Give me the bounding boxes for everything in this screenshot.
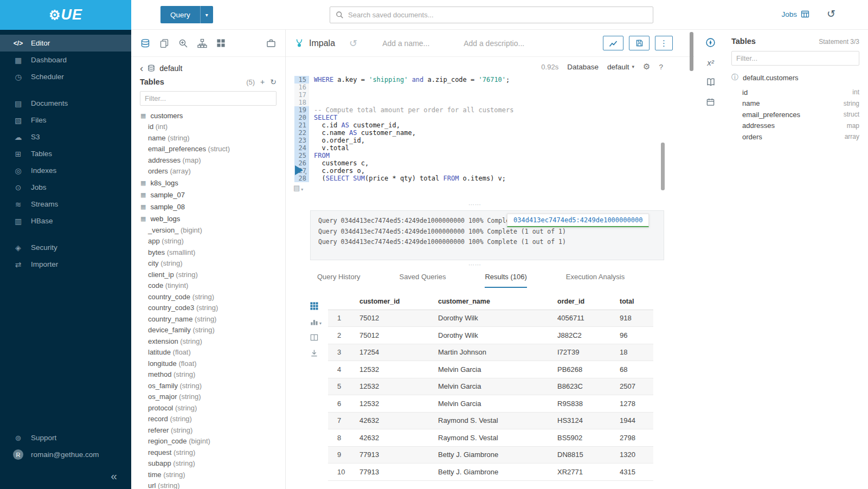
column-item[interactable]: email_preferences (struct)	[131, 144, 285, 155]
active-table-row[interactable]: ⓘ default.customers	[731, 73, 859, 82]
column-item[interactable]: client_ip (string)	[131, 269, 285, 281]
code-line[interactable]: WHERE a.key = 'shipping' and a.zip_code …	[309, 76, 510, 83]
jobs-link[interactable]: Jobs	[781, 10, 809, 18]
results-header-order_id[interactable]: order_id	[554, 293, 616, 310]
table-info-icon[interactable]: ⓘ	[731, 73, 738, 82]
tables-filter-input[interactable]	[140, 91, 277, 106]
column-item[interactable]: region_code (bigint)	[131, 436, 285, 447]
sql-code-editor[interactable]: 15WHERE a.key = 'shipping' and a.zip_cod…	[294, 76, 689, 182]
column-item[interactable]: code (tinyint)	[131, 280, 285, 292]
sitemap-icon[interactable]	[197, 38, 207, 48]
column-item[interactable]: orders (array)	[131, 166, 285, 177]
column-item[interactable]: request (string)	[131, 447, 285, 459]
editor-help-icon[interactable]: ?	[659, 63, 663, 71]
tab-saved-queries[interactable]: Saved Queries	[399, 273, 446, 288]
sidebar-item-hbase[interactable]: ▥HBase	[0, 213, 131, 229]
tab-execution-analysis[interactable]: Execution Analysis	[566, 273, 625, 288]
table-item[interactable]: ▦web_logs	[131, 213, 285, 225]
code-line[interactable]: (SELECT SUM(price * qty) total FROM o.it…	[309, 175, 506, 182]
right-filter-input[interactable]	[731, 51, 859, 66]
right-column-item[interactable]: idint	[731, 87, 859, 98]
tab-results-106[interactable]: Results (106)	[485, 273, 526, 288]
columns-view-icon[interactable]	[310, 333, 328, 342]
table-item[interactable]: ▦sample_08	[131, 201, 285, 213]
column-item[interactable]: referer (string)	[131, 425, 285, 436]
code-line[interactable]	[309, 91, 318, 99]
table-item[interactable]: ▦sample_07	[131, 189, 285, 201]
column-item[interactable]: country_code (string)	[131, 292, 285, 303]
sidebar-item-dashboard[interactable]: ▦Dashboard	[0, 52, 131, 68]
search-input[interactable]	[348, 11, 647, 19]
execute-options-caret[interactable]: ▾	[305, 171, 307, 176]
code-line[interactable]: -- Compute total amount per order for al…	[309, 106, 513, 114]
back-chevron-icon[interactable]: ‹	[140, 65, 143, 72]
editor-settings-icon[interactable]: ⚙	[643, 62, 650, 72]
sidebar-collapse-button[interactable]: «	[0, 469, 131, 482]
sidebar-item-user[interactable]: R romain@gethue.com	[0, 446, 131, 463]
column-item[interactable]: addresses (map)	[131, 155, 285, 166]
sidebar-item-documents[interactable]: ▤Documents	[0, 95, 131, 112]
code-line[interactable]: FROM	[309, 152, 330, 159]
column-item[interactable]: longitude (float)	[131, 358, 285, 370]
databases-source-icon[interactable]	[140, 38, 150, 48]
format-query-button[interactable]: ▤ ▾	[293, 184, 303, 192]
database-dropdown[interactable]: default ▾	[607, 63, 634, 71]
active-table-name[interactable]: default.customers	[743, 74, 799, 82]
column-item[interactable]: device_family (string)	[131, 325, 285, 336]
save-button[interactable]	[629, 36, 650, 50]
sidebar-item-files[interactable]: ▧Files	[0, 112, 131, 128]
language-reference-icon[interactable]	[706, 78, 716, 87]
documents-source-icon[interactable]	[159, 38, 169, 48]
editor-history-icon[interactable]: ↺	[349, 37, 357, 49]
engine-selector[interactable]: Impala	[294, 38, 335, 48]
sidebar-item-security[interactable]: ◈Security	[0, 239, 131, 256]
sidebar-item-s3[interactable]: ☁S3	[0, 128, 131, 145]
assistant-compass-icon[interactable]	[705, 37, 716, 48]
column-item[interactable]: id (int)	[131, 121, 285, 133]
more-actions-button[interactable]: ⋮	[655, 36, 673, 50]
results-header-customer_id[interactable]: customer_id	[356, 293, 435, 310]
new-query-label[interactable]: Query	[160, 6, 200, 23]
column-item[interactable]: name (string)	[131, 133, 285, 144]
table-item[interactable]: ▦k8s_logs	[131, 177, 285, 189]
query-history-icon[interactable]: ↺	[827, 8, 835, 20]
column-item[interactable]: country_code3 (string)	[131, 303, 285, 314]
download-results-icon[interactable]	[310, 349, 328, 357]
column-item[interactable]: latitude (float)	[131, 347, 285, 358]
query-name-input[interactable]	[382, 39, 447, 48]
right-column-item[interactable]: addressesmap	[731, 120, 859, 132]
briefcase-icon[interactable]	[266, 38, 276, 48]
column-item[interactable]: app (string)	[131, 236, 285, 247]
column-item[interactable]: time (string)	[131, 469, 285, 481]
results-header-total[interactable]: total	[616, 293, 653, 310]
sidebar-item-importer[interactable]: ⇄Importer	[0, 256, 131, 273]
column-item[interactable]: city (string)	[131, 258, 285, 269]
apps-grid-icon[interactable]	[216, 38, 226, 48]
query-id-link[interactable]: 034d413ec7474ed5:4249de1000000000	[507, 214, 649, 227]
sidebar-item-tables[interactable]: ⊞Tables	[0, 145, 131, 162]
sidebar-item-scheduler[interactable]: ◷Scheduler	[0, 68, 131, 85]
column-item[interactable]: record (string)	[131, 414, 285, 425]
schedule-calendar-icon[interactable]	[706, 98, 715, 107]
code-line[interactable]: SELECT	[309, 114, 337, 121]
table-item[interactable]: ▦customers	[131, 110, 285, 121]
query-dropdown-caret[interactable]: ▾	[200, 6, 213, 23]
results-resize-handle[interactable]: ⋯⋯	[286, 263, 664, 268]
functions-icon[interactable]: x²	[707, 58, 714, 67]
editor-scrollbar[interactable]	[661, 143, 665, 190]
right-column-item[interactable]: email_preferencesstruct	[731, 109, 859, 120]
right-column-item[interactable]: ordersarray	[731, 131, 859, 143]
log-resize-handle[interactable]: ⋯⋯	[286, 203, 664, 208]
code-line[interactable]: customers c,	[309, 159, 369, 167]
column-item[interactable]: extension (string)	[131, 336, 285, 348]
column-item[interactable]: os_family (string)	[131, 381, 285, 392]
code-line[interactable]: v.total	[309, 144, 349, 152]
chart-view-icon[interactable]: ▾	[310, 318, 328, 326]
results-header-customer_name[interactable]: customer_name	[435, 293, 554, 310]
execute-query-button[interactable]	[295, 165, 303, 175]
database-breadcrumb[interactable]: ‹ default	[131, 57, 285, 74]
new-query-button[interactable]: Query ▾	[160, 6, 213, 23]
sidebar-item-streams[interactable]: ≋Streams	[0, 196, 131, 213]
column-item[interactable]: _version_ (bigint)	[131, 225, 285, 236]
code-line[interactable]: o.order_id,	[309, 137, 365, 144]
